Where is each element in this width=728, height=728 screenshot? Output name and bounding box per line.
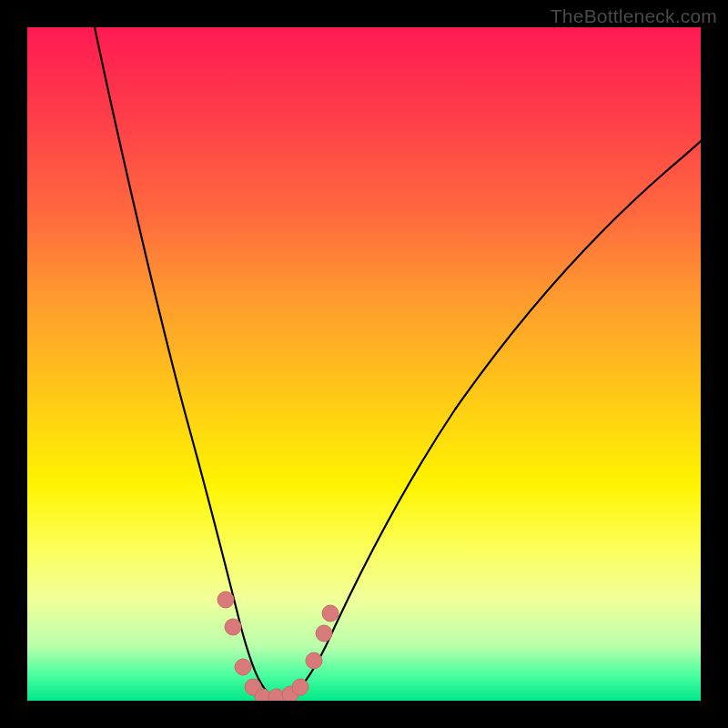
chart-frame: TheBottleneck.com (0, 0, 728, 728)
bottleneck-curve-line (95, 27, 701, 699)
marker-dot (217, 592, 234, 608)
watermark-text: TheBottleneck.com (551, 5, 717, 27)
marker-dot (316, 625, 332, 642)
marker-dot (292, 679, 308, 695)
plot-area (27, 27, 701, 701)
chart-overlay (27, 27, 701, 701)
marker-dot (322, 605, 339, 622)
marker-dot (235, 659, 251, 675)
marker-dot (225, 619, 241, 635)
marker-dot (306, 652, 322, 669)
